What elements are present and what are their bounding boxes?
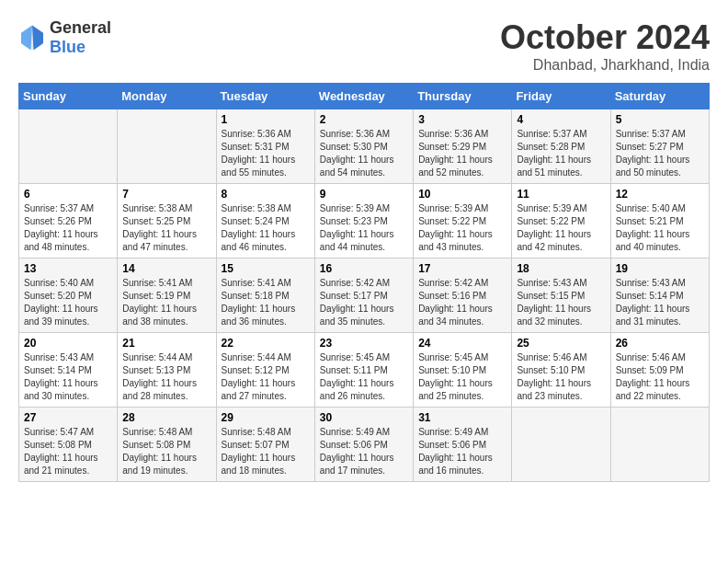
calendar-cell: 3Sunrise: 5:36 AMSunset: 5:29 PMDaylight… — [414, 109, 512, 184]
day-info: Sunrise: 5:45 AMSunset: 5:11 PMDaylight:… — [320, 351, 408, 403]
day-number: 29 — [222, 411, 310, 424]
calendar-cell: 11Sunrise: 5:39 AMSunset: 5:22 PMDayligh… — [512, 184, 610, 259]
calendar-cell: 30Sunrise: 5:49 AMSunset: 5:06 PMDayligh… — [314, 408, 413, 482]
calendar-cell: 16Sunrise: 5:42 AMSunset: 5:17 PMDayligh… — [314, 259, 413, 333]
day-number: 14 — [122, 262, 210, 275]
day-info: Sunrise: 5:43 AMSunset: 5:14 PMDaylight:… — [24, 351, 112, 403]
calendar-cell: 28Sunrise: 5:48 AMSunset: 5:08 PMDayligh… — [118, 408, 216, 482]
calendar-week-row: 27Sunrise: 5:47 AMSunset: 5:08 PMDayligh… — [19, 408, 710, 482]
day-info: Sunrise: 5:36 AMSunset: 5:29 PMDaylight:… — [418, 128, 506, 179]
calendar-cell: 1Sunrise: 5:36 AMSunset: 5:31 PMDaylight… — [216, 109, 314, 184]
day-of-week-header: Wednesday — [314, 84, 413, 109]
day-of-week-header: Saturday — [610, 84, 709, 109]
day-number: 6 — [24, 188, 112, 201]
day-info: Sunrise: 5:37 AMSunset: 5:28 PMDaylight:… — [517, 128, 605, 179]
calendar-cell: 4Sunrise: 5:37 AMSunset: 5:28 PMDaylight… — [512, 109, 610, 184]
day-info: Sunrise: 5:36 AMSunset: 5:31 PMDaylight:… — [222, 128, 310, 179]
day-number: 18 — [517, 262, 605, 275]
calendar-cell: 22Sunrise: 5:44 AMSunset: 5:12 PMDayligh… — [216, 333, 314, 408]
day-number: 15 — [222, 262, 310, 275]
day-of-week-header: Thursday — [414, 84, 512, 109]
calendar-cell: 27Sunrise: 5:47 AMSunset: 5:08 PMDayligh… — [19, 408, 118, 482]
logo: General Blue — [18, 18, 111, 57]
calendar-cell: 23Sunrise: 5:45 AMSunset: 5:11 PMDayligh… — [314, 333, 413, 408]
day-info: Sunrise: 5:40 AMSunset: 5:21 PMDaylight:… — [616, 202, 704, 254]
day-info: Sunrise: 5:48 AMSunset: 5:08 PMDaylight:… — [122, 426, 210, 477]
calendar-cell: 26Sunrise: 5:46 AMSunset: 5:09 PMDayligh… — [610, 333, 709, 408]
calendar-cell — [19, 109, 118, 184]
calendar-cell: 14Sunrise: 5:41 AMSunset: 5:19 PMDayligh… — [118, 259, 216, 333]
day-number: 25 — [517, 337, 605, 350]
calendar-cell — [118, 109, 216, 184]
day-info: Sunrise: 5:39 AMSunset: 5:22 PMDaylight:… — [517, 202, 605, 254]
day-info: Sunrise: 5:44 AMSunset: 5:13 PMDaylight:… — [122, 351, 210, 403]
day-number: 3 — [418, 113, 506, 126]
day-number: 17 — [418, 262, 506, 275]
day-info: Sunrise: 5:41 AMSunset: 5:19 PMDaylight:… — [122, 277, 210, 328]
day-info: Sunrise: 5:37 AMSunset: 5:27 PMDaylight:… — [616, 128, 704, 179]
day-number: 7 — [122, 188, 210, 201]
calendar-cell: 31Sunrise: 5:49 AMSunset: 5:06 PMDayligh… — [414, 408, 512, 482]
calendar-week-row: 1Sunrise: 5:36 AMSunset: 5:31 PMDaylight… — [19, 109, 710, 184]
calendar-week-row: 6Sunrise: 5:37 AMSunset: 5:26 PMDaylight… — [19, 184, 710, 259]
calendar-cell: 7Sunrise: 5:38 AMSunset: 5:25 PMDaylight… — [118, 184, 216, 259]
day-number: 31 — [418, 411, 506, 424]
calendar-cell: 13Sunrise: 5:40 AMSunset: 5:20 PMDayligh… — [19, 259, 118, 333]
calendar-cell: 10Sunrise: 5:39 AMSunset: 5:22 PMDayligh… — [414, 184, 512, 259]
day-number: 24 — [418, 337, 506, 350]
day-number: 5 — [616, 113, 704, 126]
day-number: 28 — [122, 411, 210, 424]
page-header: General Blue October 2024 Dhanbad, Jhark… — [18, 18, 710, 74]
calendar-cell: 5Sunrise: 5:37 AMSunset: 5:27 PMDaylight… — [610, 109, 709, 184]
day-info: Sunrise: 5:36 AMSunset: 5:30 PMDaylight:… — [320, 128, 408, 179]
day-number: 21 — [122, 337, 210, 350]
day-info: Sunrise: 5:41 AMSunset: 5:18 PMDaylight:… — [222, 277, 310, 328]
calendar-cell: 8Sunrise: 5:38 AMSunset: 5:24 PMDaylight… — [216, 184, 314, 259]
day-number: 23 — [320, 337, 408, 350]
day-info: Sunrise: 5:39 AMSunset: 5:23 PMDaylight:… — [320, 202, 408, 254]
calendar-cell: 9Sunrise: 5:39 AMSunset: 5:23 PMDaylight… — [314, 184, 413, 259]
day-number: 8 — [222, 188, 310, 201]
day-info: Sunrise: 5:40 AMSunset: 5:20 PMDaylight:… — [24, 277, 112, 328]
logo-icon — [18, 24, 46, 52]
svg-marker-1 — [32, 26, 43, 51]
day-info: Sunrise: 5:46 AMSunset: 5:09 PMDaylight:… — [616, 351, 704, 403]
title-block: October 2024 Dhanbad, Jharkhand, India — [500, 18, 710, 74]
day-info: Sunrise: 5:39 AMSunset: 5:22 PMDaylight:… — [418, 202, 506, 254]
day-info: Sunrise: 5:42 AMSunset: 5:16 PMDaylight:… — [418, 277, 506, 328]
calendar-cell: 19Sunrise: 5:43 AMSunset: 5:14 PMDayligh… — [610, 259, 709, 333]
calendar-cell: 15Sunrise: 5:41 AMSunset: 5:18 PMDayligh… — [216, 259, 314, 333]
calendar-cell: 29Sunrise: 5:48 AMSunset: 5:07 PMDayligh… — [216, 408, 314, 482]
day-number: 9 — [320, 188, 408, 201]
day-info: Sunrise: 5:43 AMSunset: 5:15 PMDaylight:… — [517, 277, 605, 328]
day-number: 19 — [616, 262, 704, 275]
day-of-week-header: Tuesday — [216, 84, 314, 109]
svg-marker-2 — [21, 26, 32, 51]
calendar-cell: 18Sunrise: 5:43 AMSunset: 5:15 PMDayligh… — [512, 259, 610, 333]
day-info: Sunrise: 5:37 AMSunset: 5:26 PMDaylight:… — [24, 202, 112, 254]
calendar-week-row: 20Sunrise: 5:43 AMSunset: 5:14 PMDayligh… — [19, 333, 710, 408]
day-info: Sunrise: 5:47 AMSunset: 5:08 PMDaylight:… — [24, 426, 112, 477]
day-info: Sunrise: 5:46 AMSunset: 5:10 PMDaylight:… — [517, 351, 605, 403]
calendar-cell: 6Sunrise: 5:37 AMSunset: 5:26 PMDaylight… — [19, 184, 118, 259]
day-number: 22 — [222, 337, 310, 350]
day-number: 4 — [517, 113, 605, 126]
day-of-week-header: Monday — [118, 84, 216, 109]
day-of-week-header: Sunday — [19, 84, 118, 109]
calendar-week-row: 13Sunrise: 5:40 AMSunset: 5:20 PMDayligh… — [19, 259, 710, 333]
calendar-cell — [512, 408, 610, 482]
logo-general: General — [50, 18, 111, 37]
calendar-cell — [610, 408, 709, 482]
calendar-cell: 17Sunrise: 5:42 AMSunset: 5:16 PMDayligh… — [414, 259, 512, 333]
day-of-week-header: Friday — [512, 84, 610, 109]
calendar-table: SundayMondayTuesdayWednesdayThursdayFrid… — [18, 83, 710, 482]
day-number: 2 — [320, 113, 408, 126]
logo-blue: Blue — [50, 38, 85, 56]
day-info: Sunrise: 5:44 AMSunset: 5:12 PMDaylight:… — [222, 351, 310, 403]
location-title: Dhanbad, Jharkhand, India — [500, 57, 710, 74]
day-number: 20 — [24, 337, 112, 350]
day-number: 10 — [418, 188, 506, 201]
day-info: Sunrise: 5:49 AMSunset: 5:06 PMDaylight:… — [320, 426, 408, 477]
day-info: Sunrise: 5:45 AMSunset: 5:10 PMDaylight:… — [418, 351, 506, 403]
day-number: 27 — [24, 411, 112, 424]
